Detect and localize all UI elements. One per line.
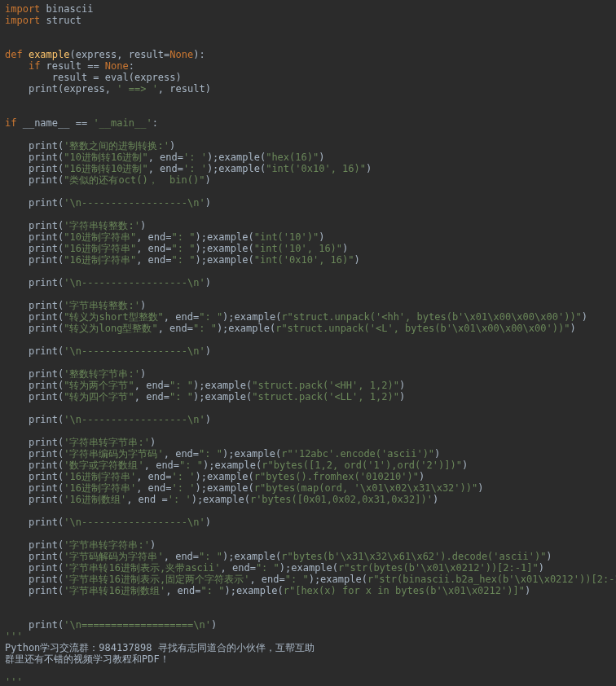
code-block: import binascii import struct def exampl… <box>0 0 616 686</box>
